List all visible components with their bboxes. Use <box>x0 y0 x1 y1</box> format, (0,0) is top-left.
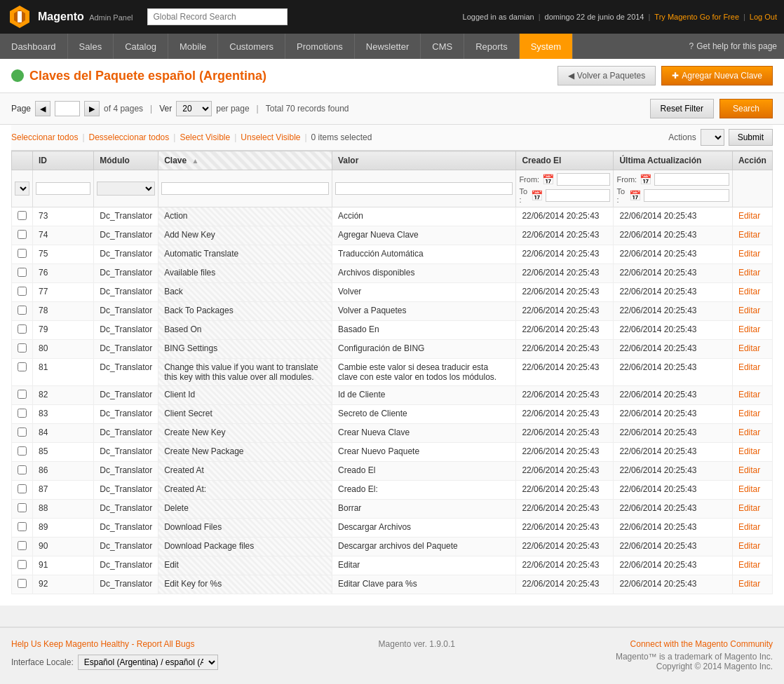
select-all-link[interactable]: Seleccionar todos <box>11 132 78 142</box>
edit-link[interactable]: Editar <box>738 522 760 532</box>
actions-right: Actions Submit <box>668 129 773 146</box>
global-search-input[interactable] <box>147 8 288 25</box>
row-checkbox[interactable] <box>18 503 27 512</box>
edit-link[interactable]: Editar <box>738 427 760 437</box>
bulk-actions-select[interactable] <box>701 129 724 146</box>
bug-report-link[interactable]: Help Us Keep Magento Healthy - Report Al… <box>11 639 194 649</box>
nav-customers[interactable]: Customers <box>218 34 285 59</box>
filter-id-input[interactable] <box>36 182 90 195</box>
filter-created-to-cal-icon[interactable]: 📅 <box>531 190 543 201</box>
edit-link[interactable]: Editar <box>738 465 760 475</box>
edit-link[interactable]: Editar <box>738 541 760 551</box>
submit-action-button[interactable]: Submit <box>729 129 773 146</box>
nav-mobile[interactable]: Mobile <box>168 34 218 59</box>
global-search-box[interactable] <box>147 8 288 25</box>
filter-any-select[interactable]: Any <box>15 182 29 196</box>
col-updated: Última Actualización <box>614 151 733 170</box>
sort-icon: ▲ <box>192 157 199 165</box>
edit-link[interactable]: Editar <box>738 484 760 494</box>
edit-link[interactable]: Editar <box>738 268 760 278</box>
community-link[interactable]: Connect with the Magento Community <box>616 639 773 649</box>
filter-created-from-cal-icon[interactable]: 📅 <box>542 174 554 185</box>
edit-link[interactable]: Editar <box>738 390 760 399</box>
edit-link[interactable]: Editar <box>738 249 760 259</box>
edit-link[interactable]: Editar <box>738 503 760 513</box>
edit-link[interactable]: Editar <box>738 579 760 589</box>
filter-updated-from-input[interactable] <box>654 173 729 186</box>
edit-link[interactable]: Editar <box>738 343 760 353</box>
filter-updated-to-label: To : <box>616 187 626 204</box>
locale-select[interactable]: Español (Argentina) / español (Ar... <box>78 655 218 670</box>
row-checkbox-cell <box>12 245 33 264</box>
prev-page-button[interactable]: ◀ <box>35 101 50 116</box>
edit-link[interactable]: Editar <box>738 560 760 570</box>
row-action: Editar <box>732 443 772 462</box>
filter-updated-from-cal-icon[interactable]: 📅 <box>640 174 651 185</box>
row-checkbox[interactable] <box>18 306 27 315</box>
row-checkbox[interactable] <box>18 560 27 569</box>
edit-link[interactable]: Editar <box>738 446 760 456</box>
row-created: 22/06/2014 20:25:43 <box>516 556 614 575</box>
nav-catalog[interactable]: Catalog <box>114 34 168 59</box>
row-checkbox[interactable] <box>18 427 27 437</box>
row-created: 22/06/2014 20:25:43 <box>516 538 614 556</box>
row-checkbox[interactable] <box>18 211 27 220</box>
row-updated: 22/06/2014 20:25:43 <box>614 207 733 226</box>
per-page-select[interactable]: 20 50 100 200 <box>176 101 212 116</box>
row-id: 79 <box>33 321 94 340</box>
filter-created-to-input[interactable] <box>546 189 611 202</box>
edit-link[interactable]: Editar <box>738 230 760 240</box>
row-id: 77 <box>33 283 94 302</box>
filter-updated-to-input[interactable] <box>644 189 729 202</box>
filter-value-input[interactable] <box>335 182 513 195</box>
deselect-all-link[interactable]: Desseleccionar todos <box>89 132 170 142</box>
unselect-visible-link[interactable]: Unselect Visible <box>241 132 300 142</box>
filter-created-from-input[interactable] <box>557 173 610 186</box>
nav-reports[interactable]: Reports <box>464 34 520 59</box>
row-action: Editar <box>732 481 772 500</box>
edit-link[interactable]: Editar <box>738 306 760 315</box>
back-to-packages-button[interactable]: ◀ Volver a Paquetes <box>557 66 656 86</box>
add-new-key-button[interactable]: ✚ Agregar Nueva Clave <box>661 66 773 86</box>
row-value: Traducción Automática <box>332 245 516 264</box>
try-magento-link[interactable]: Try Magento Go for Free <box>654 13 739 21</box>
filter-key-input[interactable] <box>161 182 329 195</box>
next-page-button[interactable]: ▶ <box>84 101 100 116</box>
search-button[interactable]: Search <box>719 99 773 118</box>
edit-link[interactable]: Editar <box>738 211 760 221</box>
reset-filter-button[interactable]: Reset Filter <box>650 99 714 118</box>
row-id: 91 <box>33 556 94 575</box>
nav-promotions[interactable]: Promotions <box>285 34 355 59</box>
nav-newsletter[interactable]: Newsletter <box>355 34 421 59</box>
logout-link[interactable]: Log Out <box>750 13 777 21</box>
nav-cms[interactable]: CMS <box>421 34 464 59</box>
row-checkbox[interactable] <box>18 541 27 550</box>
edit-link[interactable]: Editar <box>738 362 760 372</box>
row-checkbox[interactable] <box>18 522 27 531</box>
row-checkbox[interactable] <box>18 579 27 588</box>
edit-link[interactable]: Editar <box>738 409 760 418</box>
row-checkbox[interactable] <box>18 268 27 277</box>
select-visible-link[interactable]: Select Visible <box>180 132 230 142</box>
row-checkbox[interactable] <box>18 390 27 399</box>
edit-link[interactable]: Editar <box>738 324 760 334</box>
current-page-input[interactable]: 1 <box>55 101 80 116</box>
row-checkbox[interactable] <box>18 409 27 418</box>
help-link[interactable]: Get help for this page <box>696 41 777 51</box>
row-checkbox[interactable] <box>18 287 27 296</box>
row-checkbox[interactable] <box>18 362 27 371</box>
filter-updated-to-cal-icon[interactable]: 📅 <box>629 190 641 201</box>
row-checkbox[interactable] <box>18 230 27 239</box>
row-checkbox[interactable] <box>18 484 27 493</box>
row-checkbox[interactable] <box>18 465 27 474</box>
nav-system[interactable]: System <box>520 34 573 59</box>
row-checkbox[interactable] <box>18 446 27 456</box>
nav-sales[interactable]: Sales <box>68 34 114 59</box>
filter-module-select[interactable] <box>97 182 155 196</box>
row-checkbox[interactable] <box>18 343 27 353</box>
nav-dashboard[interactable]: Dashboard <box>0 34 68 59</box>
row-checkbox[interactable] <box>18 249 27 258</box>
row-checkbox[interactable] <box>18 324 27 334</box>
edit-link[interactable]: Editar <box>738 287 760 296</box>
col-clave[interactable]: Clave ▲ <box>158 151 332 170</box>
